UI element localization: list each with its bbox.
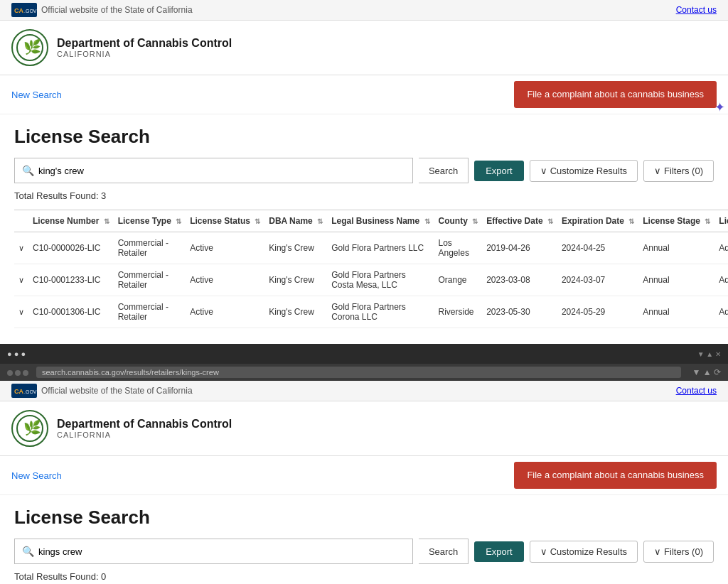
- official-website-text: Official website of the State of Califor…: [41, 5, 193, 15]
- screenshot-divider: ● ● ● ▼ ▲ ✕: [0, 344, 728, 364]
- official-website-text-bottom: Official website of the State of Califor…: [41, 386, 193, 396]
- cell-license-status: Active: [186, 264, 264, 296]
- cell-legal-business-name: Gold Flora Partners LLC: [327, 232, 434, 264]
- filters-btn-bottom[interactable]: ∨ Filters (0): [643, 541, 714, 563]
- state-label-bottom: CALIFORNIA: [57, 431, 232, 440]
- main-content-bottom: License Search 🔍 Search Export ∨ Customi…: [0, 495, 728, 584]
- dept-name-line1: Department of Cannabis Control: [57, 36, 232, 50]
- table-row: ∨ C10-0000026-LIC Commercial - Retailer …: [14, 232, 728, 264]
- table-header-row-top: License Number ⇅ License Type ⇅ License …: [14, 210, 728, 232]
- th-county-top[interactable]: County ⇅: [434, 210, 483, 232]
- ca-gov-logo-wrap: CA .GOV Official website of the State of…: [11, 3, 193, 17]
- new-search-link-bottom[interactable]: New Search: [11, 470, 62, 481]
- top-bar-bottom: CA .GOV Official website of the State of…: [0, 381, 728, 401]
- svg-text:CA: CA: [14, 7, 23, 14]
- cannabis-leaf-icon: 🌿: [16, 34, 43, 61]
- cell-license-type: Commercial - Retailer: [114, 232, 186, 264]
- row-expand-icon[interactable]: ∨: [14, 296, 28, 328]
- th-license-type-top[interactable]: License Type ⇅: [114, 210, 186, 232]
- results-count-bottom: Total Results Found: 0: [14, 571, 714, 582]
- browser-bar: search.cannabis.ca.gov/results/retailers…: [0, 364, 728, 381]
- search-input-bottom[interactable]: [38, 546, 405, 557]
- page-title-top: License Search: [14, 126, 714, 148]
- th-license-number-top[interactable]: License Number ⇅: [28, 210, 114, 232]
- results-count-top: Total Results Found: 3: [14, 190, 714, 201]
- dept-name-block-bottom: Department of Cannabis Control CALIFORNI…: [57, 417, 232, 440]
- export-button-bottom[interactable]: Export: [474, 541, 524, 562]
- th-expiration-date-top[interactable]: Expiration Date ⇅: [557, 210, 638, 232]
- new-search-link-top[interactable]: New Search: [11, 90, 62, 100]
- cell-dba-name: King's Crew: [264, 296, 327, 328]
- th-effective-date-top[interactable]: Effective Date ⇅: [482, 210, 557, 232]
- chevron-down-icon-filters: ∨: [654, 166, 661, 176]
- site-header: 🌿 Department of Cannabis Control CALIFOR…: [0, 21, 728, 75]
- cell-county: Los Angeles: [434, 232, 483, 264]
- chevron-down-icon-filters-bottom: ∨: [654, 546, 661, 557]
- cell-effective-date: 2023-05-30: [482, 296, 557, 328]
- cell-effective-date: 2023-03-08: [482, 264, 557, 296]
- customize-results-btn-top[interactable]: ∨ Customize Results: [530, 160, 638, 182]
- export-button-top[interactable]: Export: [474, 161, 524, 181]
- toolbar-right-top: Export ∨ Customize Results ∨ Filters (0): [474, 160, 714, 182]
- ca-gov-logo-icon-bottom: CA .GOV: [11, 384, 37, 398]
- cell-license-status: Active: [186, 232, 264, 264]
- cell-dba-name: King's Crew: [264, 232, 327, 264]
- cell-dba-name: King's Crew: [264, 264, 327, 296]
- cell-license-stage: Annual: [638, 296, 714, 328]
- main-content-top: License Search 🔍 Search Export ∨ Customi…: [0, 114, 728, 340]
- browser-url-bar[interactable]: search.cannabis.ca.gov/results/retailers…: [36, 367, 681, 378]
- complaint-button-bottom[interactable]: File a complaint about a cannabis busine…: [514, 462, 717, 489]
- svg-text:.GOV: .GOV: [24, 9, 37, 13]
- complaint-button-top[interactable]: File a complaint about a cannabis busine…: [514, 81, 717, 108]
- row-expand-icon[interactable]: ∨: [14, 264, 28, 296]
- search-icon-bottom: 🔍: [22, 546, 34, 557]
- toolbar-right-bottom: Export ∨ Customize Results ∨ Filters (0): [474, 541, 714, 563]
- cell-expiration-date: 2024-05-29: [557, 296, 638, 328]
- search-box-bottom: 🔍: [14, 539, 413, 564]
- cannabis-leaf-icon-bottom: 🌿: [16, 415, 43, 442]
- search-button-bottom[interactable]: Search: [419, 539, 469, 564]
- cell-county: Orange: [434, 264, 483, 296]
- search-icon-top: 🔍: [22, 165, 34, 176]
- cell-effective-date: 2019-04-26: [482, 232, 557, 264]
- svg-text:🌿: 🌿: [23, 38, 41, 55]
- contact-us-link-bottom[interactable]: Contact us: [676, 386, 717, 396]
- dept-name-bottom: Department of Cannabis Control: [57, 417, 232, 431]
- results-table-top: License Number ⇅ License Type ⇅ License …: [14, 210, 728, 328]
- cell-expiration-date: 2024-04-25: [557, 232, 638, 264]
- filters-btn-top[interactable]: ∨ Filters (0): [643, 160, 714, 182]
- th-expand: [14, 210, 28, 232]
- search-button-top[interactable]: Search: [419, 158, 469, 183]
- nav-bar: New Search File a complaint about a cann…: [0, 75, 728, 114]
- cell-legal-business-name: Gold Flora Partners Costa Mesa, LLC: [327, 264, 434, 296]
- table-row: ∨ C10-0001233-LIC Commercial - Retailer …: [14, 264, 728, 296]
- cell-license-number: C10-0001233-LIC: [28, 264, 114, 296]
- site-header-bottom: 🌿 Department of Cannabis Control CALIFOR…: [0, 401, 728, 456]
- row-expand-icon[interactable]: ∨: [14, 232, 28, 264]
- cell-county: Riverside: [434, 296, 483, 328]
- th-license-stage-top[interactable]: License Stage ⇅: [638, 210, 714, 232]
- search-box-top: 🔍: [14, 158, 413, 183]
- cell-license-type: Commercial - Retailer: [114, 296, 186, 328]
- dept-logo: 🌿: [11, 29, 48, 66]
- cell-license-stage: Annual: [638, 264, 714, 296]
- th-license-designation-top[interactable]: License Designation ⇅: [714, 210, 728, 232]
- svg-text:.GOV: .GOV: [24, 389, 37, 394]
- chevron-down-icon-customize: ∨: [540, 166, 547, 176]
- cell-license-number: C10-0000026-LIC: [28, 232, 114, 264]
- th-dba-name-top[interactable]: DBA Name ⇅: [264, 210, 327, 232]
- th-legal-business-name-top[interactable]: Legal Business Name ⇅: [327, 210, 434, 232]
- ca-gov-logo-icon: CA .GOV: [11, 3, 37, 17]
- chevron-down-icon-customize-bottom: ∨: [540, 546, 547, 557]
- cell-license-type: Commercial - Retailer: [114, 264, 186, 296]
- page-title-bottom: License Search: [14, 507, 714, 529]
- dept-logo-bottom: 🌿: [11, 410, 48, 447]
- search-input-top[interactable]: [38, 166, 405, 176]
- cell-license-number: C10-0001306-LIC: [28, 296, 114, 328]
- browser-dots: [7, 367, 31, 378]
- state-label: CALIFORNIA: [57, 50, 232, 59]
- contact-us-link[interactable]: Contact us: [676, 5, 717, 15]
- th-license-status-top[interactable]: License Status ⇅: [186, 210, 264, 232]
- cell-license-designation: Adult-Use and Medicinal: [714, 232, 728, 264]
- customize-results-btn-bottom[interactable]: ∨ Customize Results: [530, 541, 638, 563]
